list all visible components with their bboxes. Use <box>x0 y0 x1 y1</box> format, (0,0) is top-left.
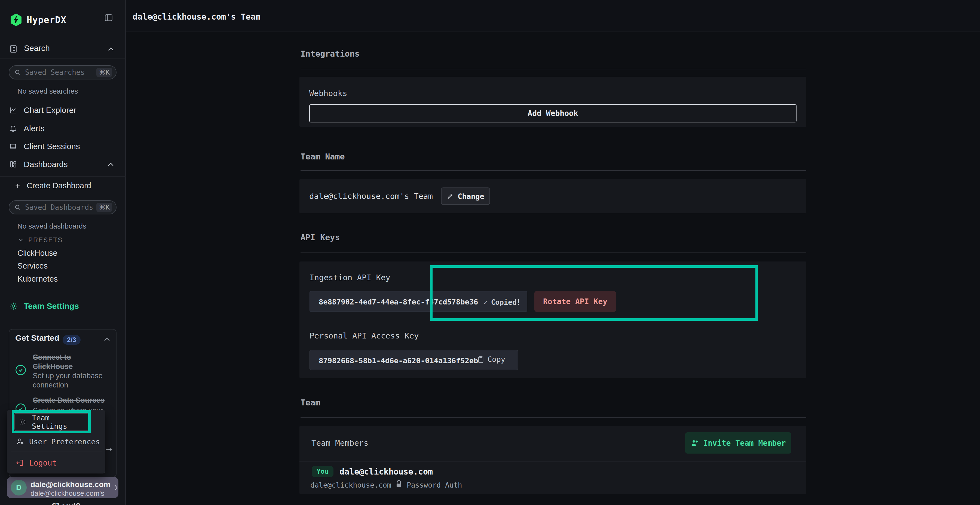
chevron-up-icon[interactable] <box>107 46 115 52</box>
member-auth-method: Password Auth <box>407 481 462 489</box>
copy-button[interactable]: Copy <box>477 355 505 364</box>
top-bar: dale@clickhouse.com's Team <box>126 0 980 32</box>
api-key-text: 8e887902-4ed7-44ea-8fec-f47cd578be36 <box>319 298 478 306</box>
menu-item-team-settings[interactable]: Team Settings <box>14 413 89 431</box>
chevron-up-icon[interactable] <box>107 162 115 167</box>
sidebar-bottom-clipped-text: Cloud9 <box>51 502 81 505</box>
chevron-up-icon[interactable] <box>103 337 111 342</box>
clipboard-icon <box>477 355 484 364</box>
shortcut-badge: ⌘K <box>96 203 112 212</box>
user-email: dale@clickhouse.com <box>30 480 110 489</box>
progress-badge: 2/3 <box>63 335 81 345</box>
preset-clickhouse[interactable]: ClickHouse <box>18 249 57 258</box>
team-members-label: Team Members <box>312 438 369 448</box>
dashboards-grid-icon <box>9 160 17 168</box>
check-circle-icon <box>15 364 27 376</box>
api-keys-heading: API Keys <box>301 233 340 242</box>
gear-icon <box>9 302 18 310</box>
avatar: D <box>11 480 27 495</box>
shortcut-badge: ⌘K <box>96 68 112 77</box>
webhooks-card: Webhooks Add Webhook <box>299 77 806 127</box>
main-area: dale@clickhouse.com's Team Integrations … <box>126 0 980 505</box>
personal-api-key-value[interactable]: 87982668-58b1-4d6e-a620-014a136f52eb Cop… <box>310 350 518 370</box>
page-title: dale@clickhouse.com's Team <box>132 12 261 22</box>
ingestion-api-key-label: Ingestion API Key <box>310 273 390 282</box>
person-plus-icon <box>690 439 699 447</box>
laptop-icon <box>9 142 17 151</box>
saved-dashboards-input[interactable]: ⌘K <box>9 200 116 214</box>
app-root: HyperDX Search ⌘K No saved searches <box>0 0 980 505</box>
section-divider <box>301 69 806 69</box>
plus-icon <box>14 182 21 189</box>
api-keys-card: Ingestion API Key 8e887902-4ed7-44ea-8fe… <box>299 262 806 378</box>
section-divider <box>301 418 806 418</box>
user-gear-icon <box>16 438 24 446</box>
team-members-card: Team Members Invite Team Member You dale… <box>299 426 806 494</box>
section-divider <box>301 170 806 171</box>
change-team-name-button[interactable]: Change <box>441 187 490 205</box>
hyperdx-logo-icon <box>10 13 22 27</box>
create-dashboard-button[interactable]: Create Dashboard <box>14 181 91 190</box>
sidebar-section-search[interactable]: Search <box>24 43 50 53</box>
preset-services[interactable]: Services <box>18 262 48 270</box>
saved-dashboards-field[interactable] <box>25 203 96 211</box>
menu-item-user-preferences[interactable]: User Preferences <box>16 434 100 449</box>
saved-searches-field[interactable] <box>25 68 96 76</box>
sidebar-item-alerts[interactable]: Alerts <box>0 121 126 136</box>
add-webhook-button[interactable]: Add Webhook <box>309 104 797 122</box>
card-divider <box>299 461 806 462</box>
search-icon <box>14 204 21 211</box>
check-icon: ✓ <box>484 298 488 306</box>
sidebar: HyperDX Search ⌘K No saved searches <box>0 0 126 505</box>
pencil-icon <box>447 193 454 200</box>
chart-icon <box>9 106 17 114</box>
section-divider <box>301 252 806 253</box>
sidebar-collapse-icon[interactable] <box>104 13 113 22</box>
member-name: dale@clickhouse.com <box>339 467 433 476</box>
team-name-card: dale@clickhouse.com's Team Change <box>299 179 806 213</box>
team-heading: Team <box>301 398 320 407</box>
menu-item-logout[interactable]: Logout <box>16 455 57 470</box>
get-started-title: Get Started <box>15 333 59 343</box>
ingestion-api-key-value[interactable]: 8e887902-4ed7-44ea-8fec-f47cd578be36 ✓ C… <box>310 291 527 312</box>
app-logo[interactable]: HyperDX <box>10 13 67 27</box>
sidebar-divider <box>0 58 126 59</box>
no-saved-searches-text: No saved searches <box>18 87 78 95</box>
no-saved-dashboards-text: No saved dashboards <box>18 222 86 230</box>
personal-api-key-label: Personal API Access Key <box>310 331 419 340</box>
user-menu-popup: Team Settings User Preferences <box>7 410 105 473</box>
step-subtitle: Set up your database connection <box>33 371 103 390</box>
search-section-icon <box>9 44 18 53</box>
team-name-value: dale@clickhouse.com's Team <box>309 192 433 201</box>
webhooks-label: Webhooks <box>309 89 347 98</box>
app-name: HyperDX <box>27 15 67 25</box>
sidebar-divider <box>0 176 126 176</box>
preset-kubernetes[interactable]: Kubernetes <box>18 275 58 284</box>
logout-icon <box>16 459 24 467</box>
sidebar-item-team-settings[interactable]: Team Settings <box>9 302 79 311</box>
invite-team-member-button[interactable]: Invite Team Member <box>685 432 791 454</box>
gear-icon <box>19 418 27 426</box>
you-badge: You <box>312 466 334 477</box>
arrow-right-icon <box>105 446 113 453</box>
team-name-heading: Team Name <box>301 152 345 161</box>
chevron-right-icon <box>113 483 119 492</box>
menu-divider <box>11 451 102 451</box>
chevron-down-icon <box>18 238 24 242</box>
sidebar-item-client-sessions[interactable]: Client Sessions <box>0 138 126 154</box>
integrations-heading: Integrations <box>301 49 360 59</box>
saved-searches-input[interactable]: ⌘K <box>9 65 116 79</box>
api-key-text: 87982668-58b1-4d6e-a620-014a136f52eb <box>319 356 478 365</box>
sidebar-item-chart-explorer[interactable]: Chart Explorer <box>0 102 126 118</box>
user-account-chip[interactable]: D dale@clickhouse.com dale@clickhouse.co… <box>7 477 118 498</box>
bell-icon <box>9 124 17 132</box>
user-team: dale@clickhouse.com's <box>30 489 104 498</box>
member-email: dale@clickhouse.com <box>310 481 391 489</box>
step-title: Connect to ClickHouse <box>33 353 73 371</box>
search-icon <box>14 69 21 76</box>
step-title: Create Data Sources <box>33 395 105 405</box>
lock-icon <box>395 480 402 488</box>
presets-toggle[interactable]: PRESETS <box>18 236 63 244</box>
rotate-api-key-button[interactable]: Rotate API Key <box>535 291 616 312</box>
copied-indicator: ✓ Copied! <box>484 298 521 306</box>
